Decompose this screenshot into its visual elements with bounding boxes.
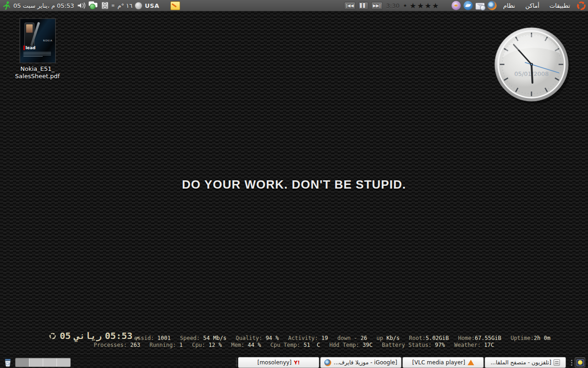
menu-applications[interactable]: تطبيقات [546,1,574,11]
taskbar-window-vlc[interactable]: [VLC media player] [402,357,484,368]
taskbar-window-file-browser[interactable]: [تلفزيون - متصفح الملفا... [485,357,566,368]
conky-ubuntu-icon [49,332,57,340]
window-title: [mosolenyy] [257,359,292,366]
trash-applet-icon[interactable] [3,358,12,367]
clock-ampm: م [51,2,55,9]
workspace-switcher [15,358,71,367]
conky-line2: Processes: 263 Running: 1 Cpu: 12 % Mem:… [94,342,500,348]
wallpaper-quote: DO YOUR WORK. DON'T BE STUPID. [0,178,588,192]
thumb-lead-text: lead [23,46,36,50]
clock-time: 05:53 [57,2,74,9]
hour-hand [531,64,532,83]
firefox-icon[interactable] [487,1,497,10]
conky-monitor: 05 رياني 05:53 م essid: 1001 Speed: 54 M… [0,328,588,351]
mixer-applet-icon[interactable] [102,2,108,9]
panel-clock[interactable]: 05 سبت يناير، م 05:53 [13,2,74,9]
window-list: [mosolenyy] Y! [iGoogle - موزيلا فايرف..… [238,357,566,368]
thumb-brand-text: NOKIA [43,39,53,42]
media-previous-button[interactable]: |◀◀ [344,2,356,10]
available-status-dot [90,4,96,10]
window-title: [تلفزيون - متصفح الملفا... [491,359,551,366]
show-desktop-button[interactable] [575,357,585,368]
rating-small-star-icon[interactable]: ★ [403,3,407,8]
conky-time: 05:53 [105,330,132,341]
rating-stars[interactable]: ★★★★ [410,1,440,10]
yahoo-messenger-icon: Y! [294,360,300,366]
window-title: [iGoogle - موزيلا فايرف... [334,359,397,366]
conky-line1: essid: 1001 Speed: 54 Mb/s Quality: 94 %… [134,335,556,341]
ubuntu-logo-icon[interactable] [577,1,586,11]
moon-weather-icon [135,2,142,9]
bluebird-launcher-icon[interactable] [464,1,473,10]
workspace-2[interactable] [29,358,43,367]
weather-unit: م° [118,2,124,9]
window-title: [VLC media player] [412,359,465,366]
vlc-cone-icon [468,360,474,365]
bottom-panel: [mosolenyy] Y! [iGoogle - موزيلا فايرف..… [0,356,588,368]
top-panel: 05 سبت يناير، م 05:53 ≡ م° ١٦ USA |◀◀ ▌▌… [0,0,588,12]
clock-month: يناير، [37,2,50,9]
pigeon-launcher-icon[interactable] [452,1,461,10]
icon-label: Nokia_E51_ SalesSheet.pdf [6,65,68,80]
weather-applet[interactable]: م° ١٦ [118,2,133,9]
evolution-mail-icon[interactable] [475,3,485,10]
clock-day: 05 [13,2,21,9]
media-elapsed-time: 3:30 [385,2,401,9]
workspace-1[interactable] [16,358,29,367]
desktop: { "wallpaper": { "quote": "DO YOUR WORK.… [0,0,588,368]
media-next-button[interactable]: ▶▶| [371,2,383,10]
volume-icon[interactable] [77,2,86,9]
conky-month: رياني [74,330,102,341]
weather-temp: ١٦ [126,2,132,9]
keyboard-layout-indicator[interactable]: USA [145,2,159,9]
menu-places[interactable]: أماكن [521,1,543,11]
conky-date: 05 رياني 05:53 م [49,330,139,341]
desktop-icon-nokia-pdf[interactable]: NOKIA lead Nokia_E51_ SalesSheet.pdf [6,18,68,80]
conky-day: 05 [60,330,71,341]
workspace-4[interactable] [57,358,70,367]
clock-weekday: سبت [23,2,36,9]
pdf-thumbnail: NOKIA lead [20,18,56,63]
firefox-icon [324,359,331,366]
workrave-running-man-icon[interactable] [2,1,11,10]
file-manager-icon [554,359,560,366]
taskbar-window-igoogle-firefox[interactable]: [iGoogle - موزيلا فايرف... [320,357,401,368]
chat-status-icon[interactable] [89,1,99,10]
panel-grip[interactable] [571,360,572,366]
media-pause-button[interactable]: ▌▌ [358,2,368,10]
taskbar-window-mosolenyy[interactable]: [mosolenyy] Y! [238,357,319,368]
workspace-3[interactable] [43,358,57,367]
applet-grip[interactable]: ≡ [111,4,115,7]
menu-system[interactable]: نظام [499,1,519,11]
show-desktop-icon [577,359,584,366]
analog-clock-widget[interactable]: 05/01/2008 [492,25,571,104]
notes-icon[interactable] [170,1,180,10]
